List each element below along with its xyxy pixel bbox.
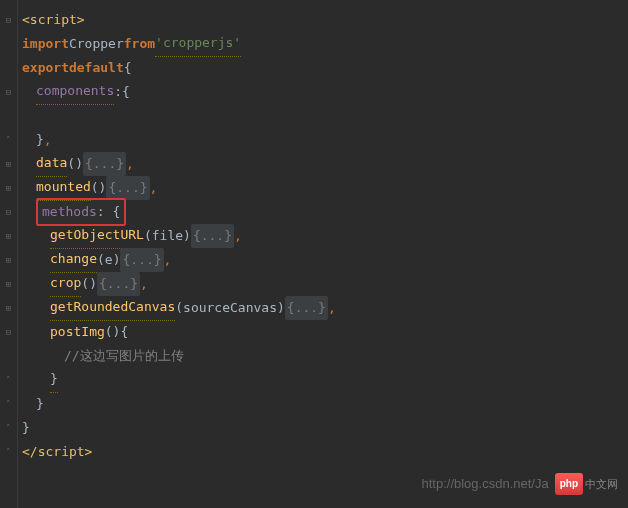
code-line: getRoundedCanvas (sourceCanvas) {...}, — [22, 296, 624, 320]
fold-icon[interactable] — [0, 344, 17, 368]
code-line: //这边写图片的上传 — [22, 344, 624, 368]
code-line: change (e) {...}, — [22, 248, 624, 272]
fold-icon[interactable]: ˄ — [0, 392, 17, 416]
fold-icon[interactable]: ˄ — [0, 416, 17, 440]
from-keyword: from — [124, 32, 155, 56]
data-fn: data — [36, 151, 67, 177]
methods-key: methods — [42, 204, 97, 219]
file-param: file — [152, 224, 183, 248]
fold-icon[interactable]: ˄ — [0, 368, 17, 392]
sourceCanvas-param: sourceCanvas — [183, 296, 277, 320]
php-logo-badge: php — [555, 473, 583, 496]
import-keyword: import — [22, 32, 69, 56]
change-fn: change — [50, 247, 97, 273]
fold-icon[interactable]: ⊞ — [0, 248, 17, 272]
fold-icon[interactable]: ⊟ — [0, 320, 17, 344]
fold-icon[interactable]: ⊞ — [0, 272, 17, 296]
folded-block[interactable]: {...} — [97, 272, 140, 296]
code-line: crop () {...}, — [22, 272, 624, 296]
folded-block[interactable]: {...} — [285, 296, 328, 320]
blank-line — [22, 104, 624, 128]
watermark: http://blog.csdn.net/Ja php 中文网 — [421, 472, 618, 496]
fold-icon[interactable]: ⊟ — [0, 80, 17, 104]
folded-block[interactable]: {...} — [120, 248, 163, 272]
code-line: <script> — [22, 8, 624, 32]
fold-icon[interactable]: ⊞ — [0, 152, 17, 176]
getObjectURL-fn: getObjectURL — [50, 223, 144, 249]
postImg-fn: postImg — [50, 320, 105, 344]
watermark-url: http://blog.csdn.net/Ja — [421, 472, 548, 496]
code-area[interactable]: <script> import Cropper from 'cropperjs'… — [18, 0, 628, 508]
watermark-suffix: 中文网 — [585, 474, 618, 494]
getRoundedCanvas-fn: getRoundedCanvas — [50, 295, 175, 321]
code-line: methods: { — [22, 200, 624, 224]
folded-block[interactable]: {...} — [83, 152, 126, 176]
code-line: export default { — [22, 56, 624, 80]
fold-icon[interactable]: ⊞ — [0, 224, 17, 248]
import-ident: Cropper — [69, 32, 124, 56]
fold-icon[interactable]: ˄ — [0, 440, 17, 464]
brace: { — [124, 56, 132, 80]
crop-fn: crop — [50, 271, 81, 297]
code-line: components: { — [22, 80, 624, 104]
fold-icon[interactable]: ˄ — [0, 128, 17, 152]
folded-block[interactable]: {...} — [191, 224, 234, 248]
fold-icon[interactable]: ⊞ — [0, 176, 17, 200]
code-line: } — [22, 392, 624, 416]
fold-icon[interactable] — [0, 32, 17, 56]
fold-icon[interactable]: ⊞ — [0, 296, 17, 320]
export-keyword: export — [22, 56, 69, 80]
code-line: import Cropper from 'cropperjs' — [22, 32, 624, 56]
fold-icon[interactable]: ⊟ — [0, 200, 17, 224]
import-source: 'cropperjs' — [155, 31, 241, 57]
e-param: e — [105, 248, 113, 272]
fold-icon[interactable] — [0, 56, 17, 80]
code-editor: ⊟ ⊟ ˄ ⊞ ⊞ ⊟ ⊞ ⊞ ⊞ ⊞ ⊟ ˄ ˄ ˄ ˄ <script> i… — [0, 0, 628, 508]
code-line: mounted () {...}, — [22, 176, 624, 200]
code-line: postImg () { — [22, 320, 624, 344]
script-tag-close: </script> — [22, 440, 92, 464]
code-line: } — [22, 368, 624, 392]
code-line: </script> — [22, 440, 624, 464]
components-key: components — [36, 79, 114, 105]
code-line: } — [22, 416, 624, 440]
methods-highlight: methods: { — [36, 198, 126, 226]
fold-icon[interactable]: ⊟ — [0, 8, 17, 32]
fold-icon[interactable] — [0, 104, 17, 128]
code-line: data () {...}, — [22, 152, 624, 176]
code-line: }, — [22, 128, 624, 152]
code-line: getObjectURL (file) {...}, — [22, 224, 624, 248]
fold-gutter: ⊟ ⊟ ˄ ⊞ ⊞ ⊟ ⊞ ⊞ ⊞ ⊞ ⊟ ˄ ˄ ˄ ˄ — [0, 0, 18, 508]
script-tag-open: <script> — [22, 8, 85, 32]
folded-block[interactable]: {...} — [106, 176, 149, 200]
comment-upload: //这边写图片的上传 — [64, 344, 184, 368]
default-keyword: default — [69, 56, 124, 80]
